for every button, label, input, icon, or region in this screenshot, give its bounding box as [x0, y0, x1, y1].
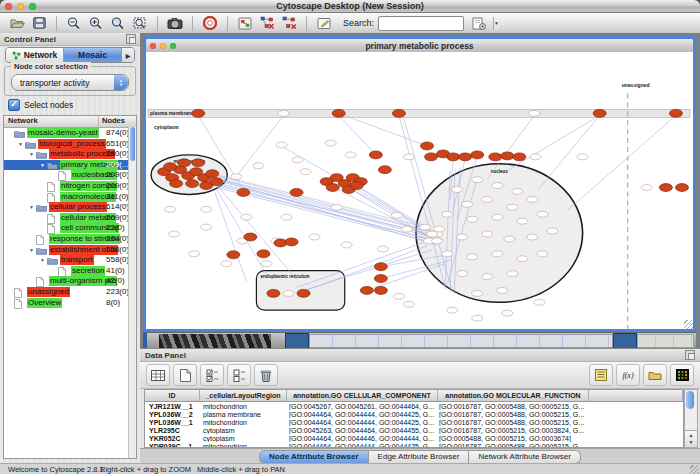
table-cell[interactable]: cytoplasm	[199, 427, 285, 434]
table-row-ypl036w__2[interactable]: YPL036W__2plasma membrane[GO:0044464, GO…	[145, 410, 683, 418]
network-node-unselected[interactable]	[278, 110, 289, 116]
table-cell[interactable]: [GO:0016787, GO:0005488, GO:0005215, G..…	[435, 403, 585, 410]
data-panel-float-icon[interactable]	[685, 350, 695, 360]
tab-edge-attribute-browser[interactable]: Edge Attribute Browser	[369, 450, 470, 464]
table-cell[interactable]: [GO:0016787, GO:0005215, GO:0003824, G..…	[435, 427, 585, 434]
network-node-unselected[interactable]	[467, 254, 478, 260]
tree-scrollbar-thumb[interactable]	[130, 127, 135, 161]
table-column-header[interactable]: _cellularLayoutRegion	[200, 390, 287, 401]
zoom-out-icon[interactable]	[64, 15, 84, 32]
snapshot-icon[interactable]	[165, 15, 185, 32]
network-node-unselected[interactable]	[504, 236, 515, 242]
select-attributes-icon[interactable]	[200, 364, 224, 386]
table-cell[interactable]: [GO:0044464, GO:0044446, GO:0044444, G..…	[285, 435, 435, 442]
network-node-unselected[interactable]	[300, 169, 311, 175]
network-node-unselected[interactable]	[482, 231, 493, 237]
network-node-highlighted[interactable]	[421, 142, 434, 150]
network-node-unselected[interactable]	[497, 287, 508, 293]
hide-edges-icon[interactable]	[257, 15, 277, 32]
tree-row-cellular-metabo[interactable]: cellular metabo209(0)	[4, 213, 136, 224]
import-attributes-icon[interactable]	[643, 364, 667, 386]
network-node-unselected[interactable]	[492, 183, 503, 189]
cytopanel-icon[interactable]	[235, 15, 255, 32]
network-node-unselected[interactable]	[517, 218, 528, 224]
network-node-highlighted[interactable]	[501, 152, 514, 160]
network-node-unselected[interactable]	[507, 204, 518, 210]
network-node-unselected[interactable]	[432, 238, 443, 244]
network-node-highlighted[interactable]	[513, 153, 526, 161]
network-node-unselected[interactable]	[442, 211, 453, 217]
network-node-highlighted[interactable]	[659, 184, 672, 192]
network-node-unselected[interactable]	[201, 224, 212, 230]
tab-node-attribute-browser[interactable]: Node Attribute Browser	[259, 450, 369, 464]
network-node-unselected[interactable]	[403, 301, 414, 307]
tree-column-nodes[interactable]: Nodes	[99, 116, 136, 127]
network-node-highlighted[interactable]	[297, 289, 310, 297]
table-cell[interactable]: [GO:0016787, GO:0005488, GO:0005215, G..…	[435, 419, 585, 426]
network-node-unselected[interactable]	[434, 226, 445, 232]
new-attribute-icon[interactable]	[173, 364, 197, 386]
network-node-unselected[interactable]	[165, 206, 176, 212]
function-builder-icon[interactable]: f(x)	[616, 364, 640, 386]
network-node-unselected[interactable]	[325, 140, 336, 146]
network-node-unselected[interactable]	[447, 307, 458, 313]
expand-arrow-icon[interactable]: ▼	[29, 247, 34, 253]
network-node-highlighted[interactable]	[369, 151, 382, 159]
network-edge[interactable]	[214, 178, 427, 231]
node-color-dropdown[interactable]: transporter activity ▲▼	[11, 74, 129, 91]
network-edge[interactable]	[537, 115, 599, 190]
tree-row-cellular-process[interactable]: ▼cellular process614(0)	[4, 202, 136, 213]
tree-row-transport[interactable]: ▼transport558(0)	[4, 255, 136, 266]
network-node-highlighted[interactable]	[290, 189, 303, 197]
network-node-unselected[interactable]	[527, 234, 538, 240]
network-node-unselected[interactable]	[391, 212, 402, 218]
tree-scrollbar[interactable]	[128, 127, 136, 458]
network-node-highlighted[interactable]	[326, 184, 339, 192]
network-node-unselected[interactable]	[452, 187, 463, 193]
zoom-in-icon[interactable]	[86, 15, 106, 32]
tree-row-response-to-stimulu[interactable]: response to stimulu264(0)	[4, 234, 136, 245]
network-node-highlighted[interactable]	[206, 170, 219, 178]
hide-nodes-icon[interactable]	[279, 15, 299, 32]
network-node-unselected[interactable]	[241, 214, 252, 220]
network-node-highlighted[interactable]	[489, 153, 502, 161]
network-node-unselected[interactable]	[492, 251, 503, 257]
network-node-unselected[interactable]	[292, 157, 303, 163]
expand-arrow-icon[interactable]: ▼	[40, 162, 45, 168]
network-node-unselected[interactable]	[482, 274, 493, 280]
tree-row-primary-metabo[interactable]: ▼primary metabo209(...	[4, 160, 136, 171]
matrix-icon[interactable]	[670, 364, 694, 386]
network-node-highlighted[interactable]	[425, 153, 438, 161]
network-node-highlighted[interactable]	[178, 159, 191, 167]
tree-row-multi-organism-pro[interactable]: multi-organism pro42(0)	[4, 276, 136, 287]
tree-row-unassigned[interactable]: unassigned223(0)	[4, 287, 136, 298]
table-cell[interactable]: mitochondrion	[199, 403, 285, 410]
table-cell[interactable]: [GO:0045263, GO:0044464, GO:0044455, G..…	[285, 427, 435, 434]
network-node-unselected[interactable]	[442, 251, 453, 257]
network-node-unselected[interactable]	[472, 177, 483, 183]
network-node-unselected[interactable]	[331, 204, 342, 210]
tab-network[interactable]: Network	[6, 48, 64, 62]
table-cell[interactable]: plasma membrane	[199, 411, 285, 418]
tree-row-nitrogen-compo[interactable]: nitrogen compo209(0)	[4, 181, 136, 192]
network-node-unselected[interactable]	[377, 246, 388, 252]
background-window-pane-1[interactable]	[309, 334, 613, 348]
network-node-unselected[interactable]	[527, 196, 538, 202]
delete-attribute-icon[interactable]	[254, 364, 278, 386]
tree-row-secretion[interactable]: secretion41(0)	[4, 266, 136, 277]
network-node-highlighted[interactable]	[192, 159, 205, 167]
network-node-unselected[interactable]	[467, 216, 478, 222]
network-node-unselected[interactable]	[472, 290, 483, 296]
table-cell[interactable]: [GO:0044464, GO:0044444, GO:0044425, G..…	[285, 411, 435, 418]
tree-row-label[interactable]: unassigned	[27, 287, 70, 297]
tree-row-cell-communicat[interactable]: cell communicat22(0)	[4, 223, 136, 234]
network-edge[interactable]	[214, 191, 246, 282]
canvas-resize-grip[interactable]	[684, 320, 693, 329]
tree-row-metabolic-process[interactable]: ▼metabolic process280(0)	[4, 149, 136, 160]
table-cell[interactable]: YKR052C	[145, 435, 199, 442]
tree-row-overview[interactable]: Overview8(0)	[4, 298, 136, 309]
network-node-highlighted[interactable]	[392, 109, 405, 117]
table-cell[interactable]: YPL036W__2	[145, 411, 199, 418]
network-node-unselected[interactable]	[169, 231, 180, 237]
background-window-titlebar-1[interactable]	[285, 333, 309, 349]
